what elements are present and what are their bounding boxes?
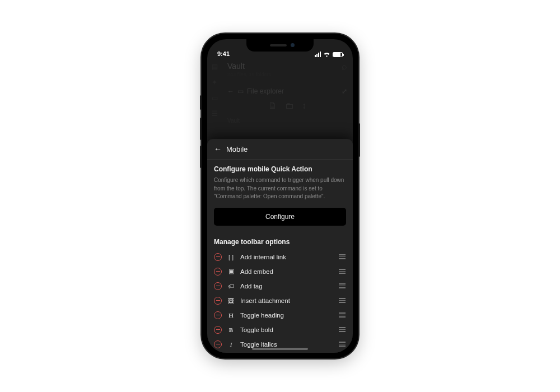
phone-frame: 9:41 ▤ ✦ ▭ ☰ Vault xyxy=(202,34,358,358)
drag-handle-icon[interactable] xyxy=(338,312,346,317)
toolbar-option-row: ▣Add embed xyxy=(214,265,346,278)
option-type-icon: 🏷 xyxy=(227,283,235,290)
search-icon: ⌕ xyxy=(342,62,347,72)
expand-icon: ⤢ xyxy=(342,87,347,95)
remove-option-button[interactable] xyxy=(214,340,222,348)
option-type-icon: H xyxy=(227,312,235,319)
home-indicator[interactable] xyxy=(252,348,308,350)
option-label: Insert attachment xyxy=(240,297,333,304)
toolbar-options-title: Manage toolbar options xyxy=(214,238,346,246)
new-folder-icon: 🗀 xyxy=(285,101,294,111)
configure-button[interactable]: Configure xyxy=(214,208,346,226)
toolbar-option-row: 🖼Insert attachment xyxy=(214,294,346,307)
vault-label: Vault xyxy=(227,118,347,124)
toolbar-option-row: 🏷Add tag xyxy=(214,279,346,293)
remove-option-button[interactable] xyxy=(214,253,222,261)
new-file-icon: 🗎 xyxy=(268,101,277,111)
option-type-icon: ▣ xyxy=(227,268,235,275)
option-label: Add tag xyxy=(240,283,333,290)
power-button xyxy=(358,123,360,157)
vault-subtitle: 243 files, 19 folders xyxy=(227,72,271,77)
remove-option-button[interactable] xyxy=(214,311,222,319)
sort-icon: ↕ xyxy=(302,101,306,111)
remove-option-button[interactable] xyxy=(214,297,222,305)
option-type-icon: B xyxy=(227,326,235,333)
wifi-icon xyxy=(323,52,330,57)
drag-handle-icon[interactable] xyxy=(338,269,346,273)
option-label: Toggle heading xyxy=(240,312,333,319)
quick-action-description: Configure which command to trigger when … xyxy=(214,176,346,201)
back-arrow-icon: ← xyxy=(227,87,234,95)
remove-option-button[interactable] xyxy=(214,268,222,276)
toolbar-option-row: [ ]Add internal link xyxy=(214,250,346,264)
file-explorer-label: File explorer xyxy=(247,87,284,95)
mute-switch xyxy=(200,95,202,110)
ribbon-icon: ▭ xyxy=(212,94,218,102)
volume-up xyxy=(200,118,202,140)
notch xyxy=(246,39,314,52)
remove-option-button[interactable] xyxy=(214,326,222,334)
toolbar-options-list: [ ]Add internal link▣Add embed🏷Add tag🖼I… xyxy=(214,250,346,353)
ribbon-icon: ☰ xyxy=(212,110,218,118)
battery-icon xyxy=(333,52,343,57)
quick-action-title: Configure mobile Quick Action xyxy=(214,165,346,173)
option-label: Add embed xyxy=(240,268,333,275)
remove-option-button[interactable] xyxy=(214,282,222,290)
option-type-icon: [ ] xyxy=(227,254,235,260)
cellular-signal-icon xyxy=(315,52,321,57)
volume-down xyxy=(200,146,202,168)
vault-title: Vault xyxy=(227,62,271,71)
drag-handle-icon[interactable] xyxy=(338,298,346,302)
option-label: Toggle italics xyxy=(240,341,333,348)
option-type-icon: I xyxy=(227,341,235,348)
drag-handle-icon[interactable] xyxy=(338,342,346,346)
toolbar-option-row: HToggle heading xyxy=(214,309,346,322)
ribbon-icon: ▤ xyxy=(212,63,218,71)
toolbar-option-row: BToggle bold xyxy=(214,323,346,337)
option-label: Add internal link xyxy=(240,254,333,260)
drag-handle-icon[interactable] xyxy=(338,327,346,332)
status-time: 9:41 xyxy=(217,50,230,57)
folder-icon: ▭ xyxy=(237,87,244,95)
option-label: Toggle bold xyxy=(240,326,333,333)
drag-handle-icon[interactable] xyxy=(338,283,346,288)
screen: 9:41 ▤ ✦ ▭ ☰ Vault xyxy=(207,39,353,353)
drag-handle-icon[interactable] xyxy=(338,254,346,259)
option-type-icon: 🖼 xyxy=(227,297,235,304)
settings-sheet: Mobile Configure mobile Quick Action Con… xyxy=(207,139,353,353)
ribbon-icon: ✦ xyxy=(212,78,218,86)
sheet-back-row[interactable]: Mobile xyxy=(207,139,353,160)
back-arrow-icon xyxy=(214,144,222,153)
breadcrumb: Mobile xyxy=(226,145,248,153)
toolbar-option-row: S̶Toggle strikethrough xyxy=(214,352,346,353)
